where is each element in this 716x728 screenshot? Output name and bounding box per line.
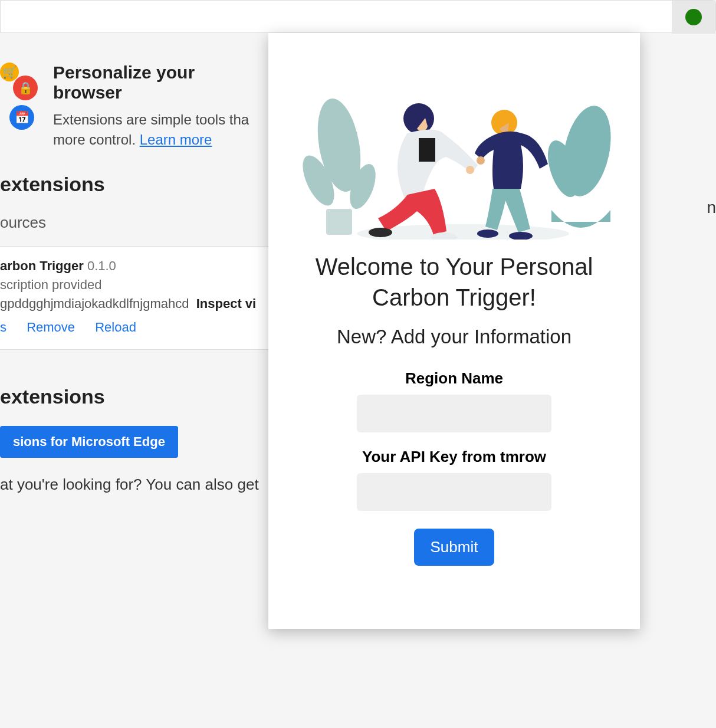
extension-card: arbon Trigger 0.1.0 scription provided g… (0, 246, 271, 350)
extension-popup: Welcome to Your Personal Carbon Trigger!… (268, 33, 640, 629)
sources-label: ources (0, 214, 271, 232)
api-key-input[interactable] (357, 473, 551, 511)
extension-link-details[interactable]: s (0, 320, 6, 335)
profile-avatar-icon (685, 9, 702, 25)
promo-icons: 🛒 🔒 📅 (0, 63, 41, 149)
region-name-input[interactable] (357, 395, 551, 432)
lock-icon: 🔒 (13, 76, 38, 100)
installed-extensions-heading: extensions (0, 173, 271, 196)
calendar-icon: 📅 (9, 105, 34, 130)
find-extensions-heading: extensions (0, 385, 260, 408)
promo-banner: 🛒 🔒 📅 Personalize your browser Extension… (0, 39, 271, 173)
learn-more-link[interactable]: Learn more (140, 132, 212, 147)
extension-id-row: gpddgghjmdiajokadkdlfnjgmahcd Inspect vi (0, 296, 260, 311)
svg-point-12 (369, 228, 392, 237)
region-name-label: Region Name (285, 369, 623, 388)
extension-version: 0.1.0 (87, 258, 116, 273)
profile-button[interactable] (672, 1, 715, 34)
promo-desc: Extensions are simple tools tha more con… (53, 110, 260, 149)
api-key-label: Your API Key from tmrow (285, 448, 623, 466)
promo-title: Personalize your browser (53, 63, 260, 103)
popup-subtitle: New? Add your Information (285, 326, 623, 348)
extension-link-remove[interactable]: Remove (27, 320, 75, 335)
svg-point-14 (466, 166, 474, 174)
svg-rect-11 (419, 138, 435, 162)
popup-welcome-title: Welcome to Your Personal Carbon Trigger! (285, 251, 623, 313)
get-extensions-edge-button[interactable]: sions for Microsoft Edge (0, 426, 178, 458)
extension-link-reload[interactable]: Reload (95, 320, 136, 335)
svg-point-18 (477, 156, 485, 165)
submit-button[interactable]: Submit (414, 529, 495, 566)
svg-point-16 (477, 229, 498, 238)
extensions-page: 🛒 🔒 📅 Personalize your browser Extension… (0, 39, 271, 506)
inspect-views-label[interactable]: Inspect vi (196, 296, 256, 311)
svg-rect-6 (326, 209, 352, 235)
welcome-illustration (285, 51, 623, 240)
browser-toolbar (0, 0, 716, 33)
find-note: at you're looking for? You can also get (0, 476, 260, 494)
truncated-text-right: n (707, 198, 716, 217)
extension-description: scription provided (0, 277, 260, 293)
extension-name: arbon Trigger (0, 258, 84, 273)
